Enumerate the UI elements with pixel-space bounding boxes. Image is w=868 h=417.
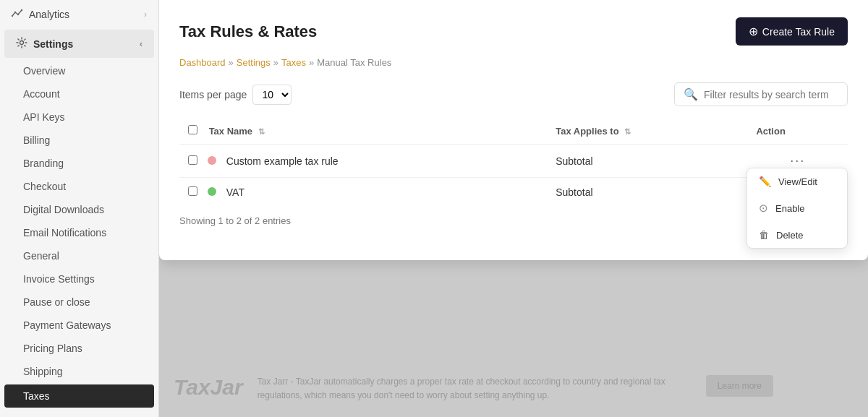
create-btn-label: Create Tax Rule bbox=[762, 26, 835, 38]
context-menu: ✏️ View/Edit ⊙ Enable 🗑 Delete bbox=[746, 168, 848, 249]
sidebar-item-api-keys[interactable]: API Keys bbox=[0, 106, 158, 129]
items-per-page-control: Items per page 10 25 50 bbox=[179, 85, 292, 105]
plus-icon: ⊕ bbox=[749, 25, 758, 38]
row-1-action-menu-button[interactable]: ··· bbox=[790, 153, 805, 168]
row-1-name-cell: Custom example tax rule bbox=[179, 145, 547, 178]
enable-label: Enable bbox=[775, 203, 804, 214]
col-header-action: Action bbox=[747, 118, 848, 145]
toolbar: Items per page 10 25 50 🔍 bbox=[179, 82, 848, 106]
context-menu-enable[interactable]: ⊙ Enable bbox=[747, 194, 847, 222]
settings-chevron-icon: ‹ bbox=[140, 39, 142, 49]
panel-title: Tax Rules & Rates bbox=[179, 22, 317, 41]
taxjar-section: TaxJar Tax Jarr - TaxJar automatically c… bbox=[174, 375, 773, 403]
row-1-name: Custom example tax rule bbox=[226, 155, 339, 167]
sidebar-item-digital-downloads[interactable]: Digital Downloads bbox=[0, 198, 158, 221]
select-all-checkbox[interactable] bbox=[188, 125, 197, 134]
breadcrumb-sep-3: » bbox=[309, 57, 314, 68]
row-2-checkbox[interactable] bbox=[188, 186, 197, 196]
svg-point-3 bbox=[21, 9, 22, 11]
items-per-page-select[interactable]: 10 25 50 bbox=[252, 85, 292, 105]
sidebar-item-overview[interactable]: Overview bbox=[0, 59, 158, 82]
sidebar-item-pricing-plans[interactable]: Pricing Plans bbox=[0, 337, 158, 360]
sidebar-item-account[interactable]: Account bbox=[0, 82, 158, 106]
search-icon: 🔍 bbox=[684, 87, 698, 101]
row-2-applies: Subtotal bbox=[547, 178, 747, 207]
delete-icon: 🗑 bbox=[759, 229, 769, 241]
row-1-checkbox[interactable] bbox=[188, 155, 197, 165]
analytics-chevron-icon: › bbox=[144, 9, 147, 20]
row-2-name: VAT bbox=[226, 186, 244, 198]
table-header-checkbox: Tax Name ⇅ bbox=[179, 118, 547, 145]
svg-point-1 bbox=[14, 12, 16, 13]
taxjar-learn-more-button[interactable]: Learn more bbox=[706, 375, 773, 397]
breadcrumb-sep-1: » bbox=[229, 57, 234, 68]
sidebar-items-list: Overview Account API Keys Billing Brandi… bbox=[0, 59, 158, 408]
create-tax-rule-button[interactable]: ⊕ Create Tax Rule bbox=[736, 17, 848, 46]
svg-point-4 bbox=[20, 41, 24, 45]
sidebar-item-analytics[interactable]: Analytics › bbox=[0, 0, 158, 28]
row-1-applies: Subtotal bbox=[547, 145, 747, 178]
breadcrumb-settings[interactable]: Settings bbox=[237, 57, 271, 68]
sidebar: Analytics › Settings ‹ Overview Account … bbox=[0, 0, 159, 417]
search-box: 🔍 bbox=[674, 82, 848, 106]
main-area: TaxJar Tax Jarr - TaxJar automatically c… bbox=[159, 0, 868, 417]
view-edit-label: View/Edit bbox=[778, 176, 817, 187]
sidebar-item-branding[interactable]: Branding bbox=[0, 152, 158, 175]
sidebar-item-settings[interactable]: Settings ‹ bbox=[4, 30, 154, 58]
sort-applies-icon[interactable]: ⇅ bbox=[624, 127, 631, 136]
sidebar-item-shipping[interactable]: Shipping bbox=[0, 360, 158, 383]
taxjar-logo: TaxJar bbox=[174, 375, 243, 400]
breadcrumb: Dashboard » Settings » Taxes » Manual Ta… bbox=[179, 57, 848, 68]
settings-label: Settings bbox=[33, 38, 73, 50]
analytics-label: Analytics bbox=[29, 9, 69, 20]
panel-header: Tax Rules & Rates ⊕ Create Tax Rule bbox=[179, 17, 848, 46]
context-menu-delete[interactable]: 🗑 Delete bbox=[747, 222, 847, 248]
analytics-icon bbox=[12, 7, 23, 21]
sidebar-item-pause-close[interactable]: Pause or close bbox=[0, 291, 158, 314]
breadcrumb-dashboard[interactable]: Dashboard bbox=[179, 57, 226, 68]
items-per-page-label: Items per page bbox=[179, 89, 247, 100]
context-menu-view-edit[interactable]: ✏️ View/Edit bbox=[747, 168, 847, 194]
row-2-name-cell: VAT bbox=[179, 178, 547, 207]
sidebar-item-invoice-settings[interactable]: Invoice Settings bbox=[0, 267, 158, 291]
col-header-name: Tax Name bbox=[209, 126, 252, 137]
sidebar-item-taxes[interactable]: Taxes bbox=[4, 384, 154, 408]
sort-name-icon[interactable]: ⇅ bbox=[258, 127, 265, 136]
taxjar-description: Tax Jarr - TaxJar automatically charges … bbox=[258, 375, 692, 403]
breadcrumb-current: Manual Tax Rules bbox=[317, 57, 391, 68]
row-2-status-dot bbox=[208, 187, 216, 196]
delete-label: Delete bbox=[776, 230, 804, 241]
col-header-applies-to: Tax Applies to ⇅ bbox=[547, 118, 747, 145]
edit-icon: ✏️ bbox=[759, 176, 771, 187]
settings-gear-icon bbox=[16, 37, 27, 51]
enable-icon: ⊙ bbox=[759, 202, 768, 215]
sidebar-item-general[interactable]: General bbox=[0, 244, 158, 267]
sidebar-item-checkout[interactable]: Checkout bbox=[0, 175, 158, 198]
sidebar-item-billing[interactable]: Billing bbox=[0, 129, 158, 152]
breadcrumb-taxes[interactable]: Taxes bbox=[281, 57, 306, 68]
breadcrumb-sep-2: » bbox=[273, 57, 278, 68]
row-1-status-dot bbox=[208, 156, 216, 165]
sidebar-item-payment-gateways[interactable]: Payment Gateways bbox=[0, 314, 158, 337]
search-input[interactable] bbox=[704, 89, 838, 100]
svg-point-2 bbox=[17, 14, 19, 15]
sidebar-item-email-notifications[interactable]: Email Notifications bbox=[0, 221, 158, 244]
